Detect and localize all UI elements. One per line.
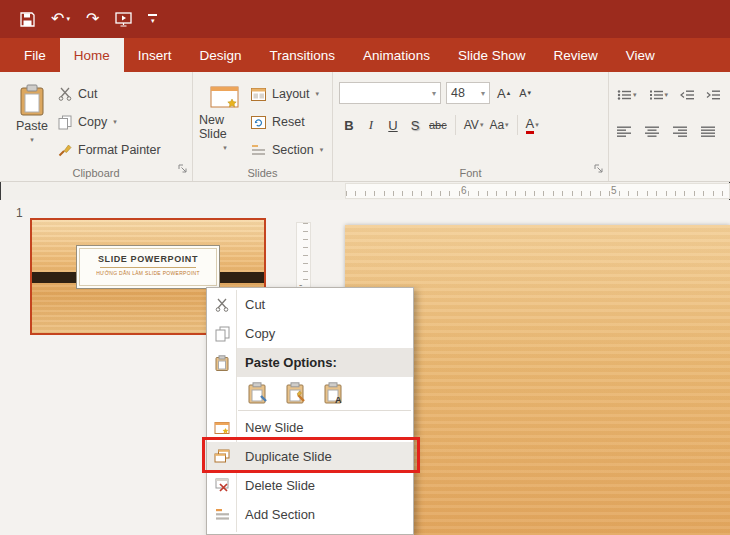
change-case-button[interactable]: Aa ▾ — [487, 114, 510, 136]
svg-text:A: A — [335, 395, 342, 404]
ruler-ticks — [346, 191, 729, 196]
customize-qat-button[interactable]: ▾ — [148, 14, 157, 25]
text-shadow-button[interactable]: S — [405, 114, 425, 136]
character-spacing-caret-icon: ▾ — [480, 121, 484, 129]
bullets-icon — [617, 89, 632, 101]
context-menu: Cut Copy Paste Options: A New Slide — [206, 287, 414, 535]
layout-icon — [251, 88, 266, 101]
redo-icon: ↷ — [86, 11, 99, 27]
context-menu-item-duplicate-slide[interactable]: Duplicate Slide — [207, 442, 413, 471]
clipboard-dialog-launcher[interactable] — [178, 159, 187, 177]
paste-keep-source-formatting-icon — [286, 382, 306, 404]
context-menu-item-cut[interactable]: Cut — [207, 290, 413, 319]
numbering-caret-icon: ▾ — [665, 91, 669, 99]
tab-insert[interactable]: Insert — [124, 38, 186, 72]
undo-button[interactable]: ↶ ▾ — [51, 11, 70, 27]
underline-button[interactable]: U — [383, 114, 403, 136]
paste-use-destination-theme-icon — [248, 382, 268, 404]
start-from-beginning-button[interactable] — [115, 12, 132, 27]
title-divider — [100, 267, 196, 268]
paste-keep-text-only-icon: A — [324, 382, 344, 404]
new-slide-big-icon — [210, 84, 240, 110]
context-menu-item-delete-slide[interactable]: Delete Slide — [207, 471, 413, 500]
align-right-icon — [673, 126, 687, 137]
format-painter-label: Format Painter — [78, 143, 161, 157]
tab-file[interactable]: File — [10, 38, 60, 72]
tab-home[interactable]: Home — [60, 38, 124, 72]
cut-button[interactable]: Cut — [58, 83, 161, 105]
font-name-combobox[interactable]: ▾ — [339, 82, 441, 104]
decrease-indent-button[interactable] — [678, 84, 696, 106]
paste-options-row: A — [207, 377, 413, 408]
layout-button[interactable]: Layout ▾ — [251, 83, 323, 105]
bullets-button[interactable]: ▾ — [615, 84, 639, 106]
tab-transitions[interactable]: Transitions — [256, 38, 350, 72]
decrease-indent-icon — [680, 89, 694, 101]
context-menu-item-new-slide[interactable]: New Slide — [207, 413, 413, 442]
tab-slide-show[interactable]: Slide Show — [444, 38, 540, 72]
tab-design[interactable]: Design — [186, 38, 256, 72]
copy-icon — [58, 115, 72, 130]
align-center-button[interactable] — [643, 120, 661, 142]
strikethrough-button[interactable]: abc — [427, 114, 449, 136]
numbering-button[interactable]: ▾ — [647, 84, 671, 106]
bold-button[interactable]: B — [339, 114, 359, 136]
slides-group: New Slide ▾ Layout ▾ Reset Sec — [193, 72, 333, 181]
slide-title-box: SLIDE POWERPOINT HƯỚNG DẪN LÀM SLIDE POW… — [76, 245, 220, 289]
increase-font-size-button[interactable]: A▴ — [495, 82, 512, 104]
clipboard-group: Paste ▾ Cut Copy ▾ Format Pain — [0, 72, 193, 181]
clipboard-group-label: Clipboard — [0, 167, 192, 179]
font-group-label: Font — [333, 167, 608, 179]
slides-group-label: Slides — [193, 167, 332, 179]
copy-label: Copy — [78, 115, 107, 129]
decrease-font-size-icon: ▾ — [528, 89, 532, 97]
context-menu-item-copy[interactable]: Copy — [207, 319, 413, 348]
new-slide-button[interactable]: New Slide ▾ — [199, 80, 251, 161]
font-size-combobox[interactable]: 48 ▾ — [446, 82, 490, 104]
section-icon — [251, 144, 266, 156]
layout-label: Layout — [272, 87, 310, 101]
slide-title: SLIDE POWERPOINT — [77, 254, 219, 264]
justify-button[interactable] — [699, 120, 717, 142]
italic-button[interactable]: I — [361, 114, 381, 136]
paste-use-destination-theme-button[interactable] — [245, 380, 271, 406]
increase-indent-icon — [706, 89, 720, 101]
align-right-button[interactable] — [671, 120, 689, 142]
ribbon-tab-bar: File Home Insert Design Transitions Anim… — [0, 38, 730, 72]
reset-button[interactable]: Reset — [251, 111, 323, 133]
menu-separator — [238, 410, 411, 411]
add-section-icon — [215, 508, 230, 521]
decrease-font-size-button[interactable]: A▾ — [517, 82, 533, 104]
divider — [455, 115, 456, 135]
font-dialog-launcher[interactable] — [594, 159, 603, 177]
paste-keep-text-only-button[interactable]: A — [321, 380, 347, 406]
customize-qat-icon: ▾ — [148, 14, 157, 25]
tab-view[interactable]: View — [612, 38, 669, 72]
copy-button[interactable]: Copy ▾ — [58, 111, 161, 133]
slide-number: 1 — [16, 206, 23, 220]
increase-indent-button[interactable] — [704, 84, 722, 106]
save-button[interactable] — [20, 12, 35, 27]
context-menu-paste-options-header: Paste Options: — [207, 348, 413, 377]
context-menu-item-add-section[interactable]: Add Section — [207, 500, 413, 529]
character-spacing-button[interactable]: AV ▾ — [462, 114, 486, 136]
font-color-button[interactable]: A ▾ — [524, 114, 541, 136]
tab-animations[interactable]: Animations — [349, 38, 444, 72]
copy-dropdown-caret-icon: ▾ — [113, 118, 117, 126]
redo-button[interactable]: ↷ — [86, 11, 99, 27]
save-icon — [20, 12, 35, 27]
ribbon: Paste ▾ Cut Copy ▾ Format Pain — [0, 72, 730, 182]
copy-icon — [215, 326, 230, 342]
slide-subtitle: HƯỚNG DẪN LÀM SLIDE POWERPOINT — [77, 270, 219, 276]
tab-review[interactable]: Review — [539, 38, 611, 72]
section-label: Section — [272, 143, 314, 157]
paste-label: Paste — [16, 119, 48, 133]
paste-button[interactable]: Paste ▾ — [6, 80, 58, 161]
paste-keep-source-formatting-button[interactable] — [283, 380, 309, 406]
dialog-launcher-icon — [594, 164, 603, 173]
align-left-icon — [617, 126, 631, 137]
section-button[interactable]: Section ▾ — [251, 139, 323, 161]
align-center-icon — [645, 126, 659, 137]
format-painter-button[interactable]: Format Painter — [58, 139, 161, 161]
align-left-button[interactable] — [615, 120, 633, 142]
